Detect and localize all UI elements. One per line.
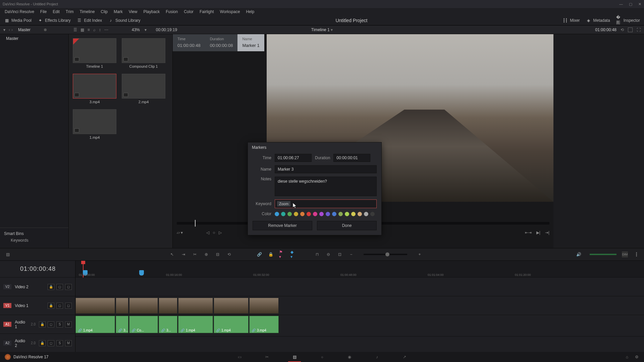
clip-thumbnail[interactable] xyxy=(73,109,116,134)
notes-input[interactable] xyxy=(275,177,377,196)
duration-input[interactable] xyxy=(333,154,370,162)
color-swatch[interactable] xyxy=(364,212,368,216)
media-pool-toggle[interactable]: ▦Media Pool xyxy=(4,18,32,23)
sound-library-toggle[interactable]: ♪Sound Library xyxy=(108,18,141,23)
menu-clip[interactable]: Clip xyxy=(98,9,110,15)
color-swatch[interactable] xyxy=(345,212,349,216)
replace-icon[interactable]: ⟲ xyxy=(226,251,232,257)
keyword-input[interactable]: Zoom xyxy=(275,199,377,208)
timeline-ruler[interactable]: 01:00:00:0001:00:16:0001:00:32:0001:00:4… xyxy=(75,261,644,278)
mute-toggle[interactable]: M xyxy=(65,321,72,327)
viewer-zoom[interactable]: 43% xyxy=(132,27,140,32)
insert-icon[interactable]: ⊕ xyxy=(203,251,209,257)
menu-trim[interactable]: Trim xyxy=(63,9,76,15)
clip-thumbnail[interactable] xyxy=(122,38,165,63)
color-page[interactable]: ◉ xyxy=(346,353,353,361)
menu-view[interactable]: View xyxy=(126,9,140,15)
audio-clip[interactable]: 🔗3... xyxy=(116,316,128,333)
zoom-plus-icon[interactable]: + xyxy=(417,251,423,257)
more-icon[interactable]: ⋯ xyxy=(104,27,108,32)
color-swatch[interactable] xyxy=(281,212,285,216)
smart-bins-header[interactable]: Smart Bins xyxy=(4,231,64,236)
sort-icon[interactable]: ↕ xyxy=(99,27,101,32)
video-clip[interactable] xyxy=(116,298,128,314)
track-tag[interactable]: A2 xyxy=(3,341,11,346)
clip-item[interactable]: 1.mp4 xyxy=(73,109,116,139)
track-header[interactable]: A1Audio 12.0🔒◻SM xyxy=(0,315,75,334)
toggle-a[interactable]: ◻ xyxy=(48,321,54,327)
color-swatch[interactable] xyxy=(370,212,375,216)
edit-page[interactable]: ▤ xyxy=(291,353,298,361)
mute-toggle[interactable]: M xyxy=(65,340,72,346)
chevron-down-icon[interactable]: ▾ xyxy=(145,27,147,32)
zoom-to-fit-icon[interactable]: ⊡ xyxy=(337,251,343,257)
toggle-a[interactable]: ◻ xyxy=(56,303,63,309)
video-clip[interactable] xyxy=(214,298,249,314)
color-swatch[interactable] xyxy=(358,212,362,216)
video-clip[interactable] xyxy=(178,298,213,314)
meters-icon[interactable]: ┇ xyxy=(633,251,639,257)
fairlight-page[interactable]: ♪ xyxy=(373,353,381,361)
audio-clip[interactable]: 🔗1.mp4 xyxy=(75,316,115,333)
prev-edit-icon[interactable]: ◁ xyxy=(206,230,209,235)
clip-thumbnail[interactable] xyxy=(73,74,116,99)
solo-toggle[interactable]: S xyxy=(56,340,63,346)
home-icon[interactable]: ⌂ xyxy=(626,355,628,359)
deliver-page[interactable]: ↗ xyxy=(401,353,408,361)
goto-next-marker-icon[interactable]: ▶| xyxy=(536,230,540,235)
timeline-view-icon[interactable]: ▤ xyxy=(5,251,11,257)
clip-thumbnail[interactable] xyxy=(73,38,116,63)
color-swatch[interactable] xyxy=(275,212,279,216)
single-viewer-icon[interactable] xyxy=(628,27,633,32)
track-tag[interactable]: V2 xyxy=(3,284,11,289)
color-swatch[interactable] xyxy=(307,212,311,216)
remove-marker-button[interactable]: Remove Marker xyxy=(253,221,312,230)
a1-lane[interactable]: 🔗1.mp4🔗3...🔗Co...🔗3...🔗1.mp4🔗1.mp4🔗3.mp4 xyxy=(75,315,644,337)
track-tag[interactable]: A1 xyxy=(3,322,11,327)
trim-tool-icon[interactable]: ⇥ xyxy=(180,251,186,257)
zoom-slider[interactable] xyxy=(364,254,407,255)
video-clip[interactable] xyxy=(249,298,279,314)
zoom-in-icon[interactable]: − xyxy=(348,251,354,257)
v1-lane[interactable] xyxy=(75,296,644,315)
lock-icon[interactable]: 🔒 xyxy=(268,251,274,257)
track-header[interactable]: A2Audio 22.0🔒◻SM xyxy=(0,334,75,352)
track-header[interactable]: V2Video 2🔒◻◻ xyxy=(0,277,75,296)
inspector-toggle[interactable]: �图Inspector xyxy=(616,18,640,23)
marker-dropdown[interactable]: ◆ ▾ xyxy=(290,251,297,257)
view-grid-icon[interactable]: ▦ xyxy=(80,27,84,32)
clip-item[interactable]: Timeline 1 xyxy=(73,38,116,68)
maximize-button[interactable]: ▢ xyxy=(629,2,632,6)
menu-edit[interactable]: Edit xyxy=(50,9,62,15)
audio-clip[interactable]: 🔗3... xyxy=(159,316,177,333)
nav-back[interactable]: ‹ xyxy=(9,27,10,32)
color-swatch[interactable] xyxy=(332,212,336,216)
breadcrumb-master[interactable]: Master xyxy=(18,27,31,32)
bin-dropdown-icon[interactable]: ▾ xyxy=(3,27,5,32)
blade-tool-icon[interactable]: ✂ xyxy=(192,251,198,257)
next-edit-icon[interactable]: ▷ xyxy=(219,230,222,235)
close-button[interactable]: ✕ xyxy=(638,2,641,6)
menu-davinci-resolve[interactable]: DaVinci Resolve xyxy=(2,9,37,15)
selection-tool-icon[interactable]: ↖ xyxy=(169,251,175,257)
media-page[interactable]: ▭ xyxy=(236,353,243,361)
volume-slider[interactable] xyxy=(590,254,616,255)
clip-item[interactable]: 3.mp4 xyxy=(73,74,116,104)
zoom-out-icon[interactable]: ⊖ xyxy=(325,251,331,257)
video-clip[interactable] xyxy=(129,298,158,314)
menu-color[interactable]: Color xyxy=(181,9,196,15)
flag-dropdown[interactable]: ⚑ ▾ xyxy=(279,251,285,257)
menu-workspace[interactable]: Workspace xyxy=(217,9,243,15)
clip-item[interactable]: Compound Clip 1 xyxy=(122,38,165,68)
color-filter-dot[interactable] xyxy=(44,28,47,31)
clip-item[interactable]: 2.mp4 xyxy=(122,74,165,104)
a2-lane[interactable] xyxy=(75,337,644,352)
bin-master[interactable]: Master xyxy=(0,34,68,43)
lock-toggle[interactable]: 🔒 xyxy=(48,284,54,290)
menu-fairlight[interactable]: Fairlight xyxy=(197,9,217,15)
edit-index-toggle[interactable]: ☰Edit Index xyxy=(77,18,102,23)
track-header[interactable]: V1Video 1🔒◻◻ xyxy=(0,296,75,315)
menu-mark[interactable]: Mark xyxy=(111,9,125,15)
color-swatch[interactable] xyxy=(300,212,305,216)
search-icon[interactable]: ⌕ xyxy=(93,27,96,32)
